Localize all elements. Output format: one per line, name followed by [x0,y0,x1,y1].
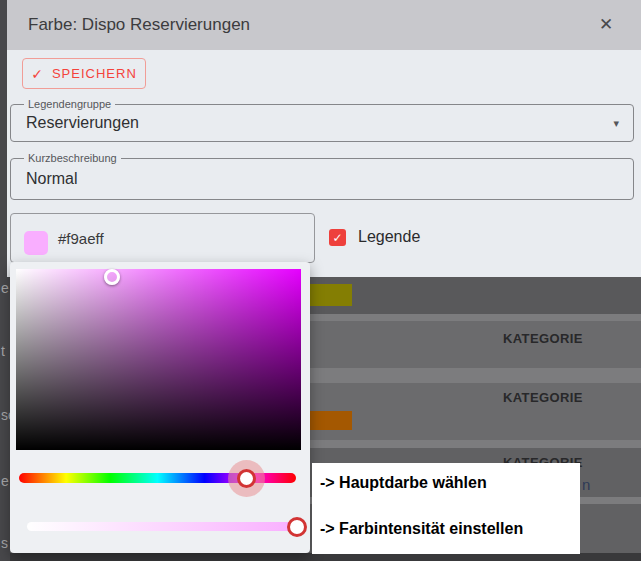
background-text-fragment: e [1,280,9,296]
color-hex-field[interactable]: #f9aeff [10,213,315,263]
category-color-bar-orange [308,411,352,430]
legendengruppe-select[interactable]: Legendengruppe Reservierungen ▾ [10,104,634,142]
kurzbeschreibung-value: Normal [26,159,597,199]
dialog-header: Farbe: Dispo Reservierungen ✕ [7,0,641,50]
background-text-fragment: e [1,473,9,489]
background-text-fragment: s [1,535,8,551]
column-header-kategorie: KATEGORIE [503,390,583,405]
annotation-line-2: -> Farbintensität einstellen [320,520,523,538]
category-color-bar-olive [308,284,352,306]
color-swatch[interactable] [24,231,48,255]
chevron-down-icon[interactable]: ▾ [613,117,619,130]
check-icon: ✓ [332,231,342,245]
table-bottom-edge [0,553,641,561]
save-button[interactable]: ✓ SPEICHERN [22,58,146,89]
color-dialog: Farbe: Dispo Reservierungen ✕ ✓ SPEICHER… [7,0,641,277]
legende-checkbox[interactable]: ✓ [329,229,346,246]
background-text-fragment: se [1,407,10,423]
annotation-overlay: -> Hauptdarbe wählen -> Farbintensität e… [312,463,580,554]
dialog-title: Farbe: Dispo Reservierungen [28,0,250,50]
legendengruppe-value: Reservierungen [26,105,597,141]
color-picker-popup [10,262,310,553]
background-text-fragment: n [582,476,590,493]
check-icon: ✓ [31,66,44,82]
kurzbeschreibung-input[interactable]: Kurzbeschreibung Normal [10,158,634,200]
column-header-kategorie: KATEGORIE [503,331,583,346]
background-text-fragment: t [1,343,5,359]
legende-checkbox-label: Legende [358,228,420,246]
close-icon[interactable]: ✕ [595,14,617,36]
hue-slider-thumb[interactable] [237,469,256,488]
screen: KATEGORIE KATEGORIE KATEGORIE n e t se e… [0,0,641,561]
color-hex-value: #f9aeff [58,214,104,262]
save-button-label: SPEICHERN [52,66,137,81]
intensity-slider-track[interactable] [27,522,300,531]
saturation-brightness-area[interactable] [16,269,301,450]
saturation-selector-ring[interactable] [104,269,120,285]
annotation-line-1: -> Hauptdarbe wählen [320,474,487,492]
intensity-slider-thumb[interactable] [287,517,307,537]
